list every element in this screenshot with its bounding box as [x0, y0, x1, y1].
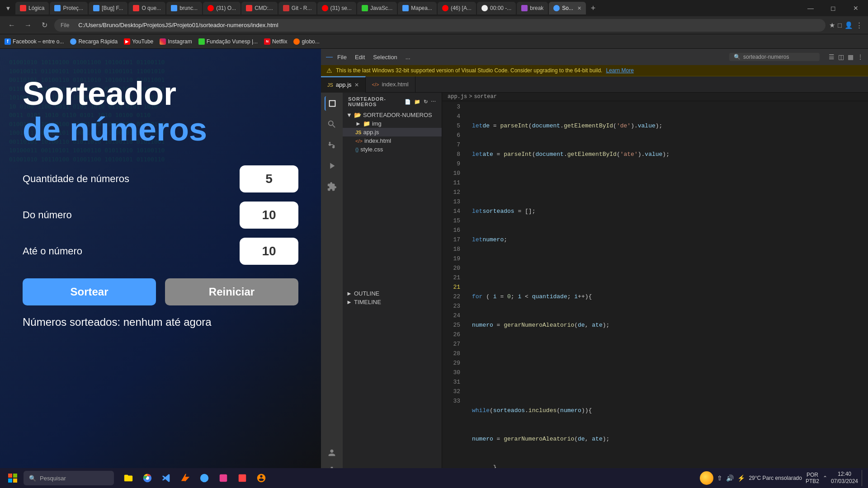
result-text: Números sorteados: nenhum até agora — [23, 314, 298, 330]
vscode-search-bar[interactable]: 🔍 sorteador-numeros — [729, 53, 820, 61]
bm-youtube[interactable]: ▶ YouTube — [124, 38, 153, 45]
tree-indexhtml[interactable]: </> index.html — [343, 136, 442, 145]
bm-recarga[interactable]: Recarga Rápida — [70, 38, 118, 45]
timeline-section[interactable]: ► TIMELINE — [343, 298, 442, 306]
tab-protec[interactable]: Proteç... — [50, 2, 88, 14]
activity-run[interactable] — [325, 159, 339, 173]
tree-stylecss[interactable]: {} style.css — [343, 145, 442, 154]
app-content: Sorteador de números Quantidade de númer… — [0, 49, 321, 348]
activity-extensions[interactable] — [325, 179, 339, 194]
html-file-icon: </> — [372, 82, 379, 87]
activity-git[interactable] — [325, 138, 339, 152]
tab-oque[interactable]: O que... — [128, 2, 165, 14]
activity-search[interactable] — [325, 117, 339, 131]
vscode-layout-icon3[interactable]: ▦ — [848, 53, 854, 61]
tab-46[interactable]: (46) [A... — [438, 2, 476, 14]
tab-31o[interactable]: (31) O... — [203, 2, 241, 14]
vscode-edit-menu[interactable]: Edit — [355, 54, 365, 61]
taskbar-tool4[interactable] — [252, 469, 270, 487]
show-desktop-btn[interactable] — [862, 470, 864, 486]
vscode-tab-indexhtml[interactable]: </> index.html — [366, 76, 415, 93]
taskbar-tool2[interactable] — [214, 469, 232, 487]
new-tab-button[interactable]: + — [587, 2, 599, 14]
warning-learn-more-link[interactable]: Learn More — [606, 67, 633, 74]
vscode-code-editor[interactable]: app.js > sortear 3 4 5 6 7 8 9 10 11 — [442, 93, 868, 478]
code-content[interactable]: let de = parseInt(document.getElementByI… — [465, 101, 868, 478]
weather-text: 29°C Parc ensolarado — [749, 475, 802, 481]
bm-instagram[interactable]: Instagram — [160, 38, 192, 45]
forward-button[interactable]: → — [22, 19, 34, 32]
vscode-tab-appjs[interactable]: JS app.js ✕ — [321, 76, 366, 93]
search-icon: 🔍 — [29, 475, 36, 482]
de-numero-input[interactable]: 10 — [240, 202, 298, 229]
new-file-icon[interactable]: 📄 — [405, 99, 411, 105]
tab-list-btn[interactable]: ▼ — [2, 2, 14, 14]
tab-brunc[interactable]: brunc... — [166, 2, 202, 14]
battery-icon[interactable]: ⚡ — [737, 474, 745, 482]
bm-facebook[interactable]: f Facebook – entre o... — [5, 38, 64, 45]
address-input[interactable] — [72, 19, 819, 32]
activity-explorer[interactable] — [325, 96, 339, 111]
taskbar-vscode[interactable] — [157, 469, 175, 487]
tab-bug[interactable]: [Bug] F... — [89, 2, 127, 14]
taskbar-stackblitz[interactable] — [176, 469, 194, 487]
taskbar-search-box[interactable]: 🔍 Pesquisar — [24, 471, 114, 485]
menu-icon[interactable]: ⋮ — [856, 21, 863, 29]
taskbar-clock[interactable]: 12:40 07/03/2024 — [831, 471, 858, 485]
bookmark-icon[interactable]: ★ — [829, 21, 835, 29]
tree-img-folder[interactable]: ► 📁 img — [343, 119, 442, 128]
ate-numero-input[interactable]: 10 — [240, 238, 298, 265]
back-button[interactable]: ← — [5, 19, 18, 32]
tab-js[interactable]: JavaSc... — [357, 2, 397, 14]
minimize-button[interactable]: — — [800, 0, 821, 16]
code-line-14: numero = gerarNumeroAleatorio(de, ate); — [472, 434, 868, 444]
vscode-more-menu[interactable]: ... — [406, 54, 410, 61]
new-folder-icon[interactable]: 📁 — [414, 99, 421, 105]
tab-time[interactable]: 00:00 -... — [477, 2, 516, 14]
reiniciar-button[interactable]: Reiniciar — [165, 278, 298, 305]
outline-section[interactable]: ► OUTLINE — [343, 289, 442, 298]
address-bar: ← → ↻ File ★ □ 👤 ⋮ — [0, 16, 868, 34]
tab-break[interactable]: break — [517, 2, 548, 14]
tab-31se[interactable]: (31) se... — [317, 2, 356, 14]
tab-git[interactable]: Git - R... — [278, 2, 316, 14]
tab-close-appjs[interactable]: ✕ — [354, 82, 359, 88]
taskbar-tray: ⇧ 🔊 ⚡ 29°C Parc ensolarado POR PTB2 ⌃ 12… — [700, 470, 864, 486]
bm-globo[interactable]: globo... — [293, 38, 319, 45]
bm-vunesp[interactable]: Fundação Vunesp |... — [198, 38, 258, 45]
vscode-activity-bar — [321, 93, 343, 478]
tab-close-icon[interactable]: ✕ — [577, 5, 581, 11]
sortear-button[interactable]: Sortear — [23, 278, 156, 305]
vscode-layout-icon4[interactable]: ⋮ — [857, 53, 863, 61]
taskbar-chrome[interactable] — [138, 469, 156, 487]
restore-button[interactable]: ◻ — [823, 0, 844, 16]
refresh-icon[interactable]: ↻ — [424, 99, 428, 105]
close-button[interactable]: ✕ — [845, 0, 866, 16]
vscode-layout-icon1[interactable]: ☰ — [829, 53, 835, 61]
quantidade-row: Quantidade de números 5 — [23, 165, 298, 192]
tab-mapea[interactable]: Mapea... — [398, 2, 437, 14]
vscode-selection-menu[interactable]: Selection — [373, 54, 397, 61]
extensions-icon[interactable]: □ — [838, 21, 842, 29]
tray-show-icon[interactable]: ⌃ — [823, 475, 827, 481]
vscode-file-menu[interactable]: File — [337, 54, 347, 61]
tab-cmd[interactable]: CMD:... — [241, 2, 278, 14]
tree-appjs[interactable]: JS app.js — [343, 128, 442, 136]
bm-netflix[interactable]: N Netflix — [264, 38, 287, 45]
profile-icon[interactable]: 👤 — [844, 21, 853, 29]
taskbar-file-explorer[interactable] — [119, 469, 137, 487]
volume-icon[interactable]: 🔊 — [726, 474, 734, 482]
taskbar-tool1[interactable] — [195, 469, 213, 487]
quantidade-input[interactable]: 5 — [240, 165, 298, 192]
reload-button[interactable]: ↻ — [38, 19, 51, 32]
tab-so-active[interactable]: So... ✕ — [549, 2, 586, 14]
start-button[interactable] — [4, 469, 22, 487]
network-icon[interactable]: ⇧ — [717, 474, 722, 482]
more-actions-icon[interactable]: ⋯ — [431, 99, 436, 105]
taskbar-tool3[interactable] — [233, 469, 251, 487]
activity-profile[interactable] — [325, 446, 339, 460]
vscode-layout-icon2[interactable]: ◫ — [838, 53, 844, 61]
file-scheme-icon: File — [61, 22, 69, 28]
tab-logica[interactable]: Lógica — [15, 2, 49, 14]
tree-root-folder[interactable]: ▼ 📂 SORTEADOR-NUMEROS — [343, 111, 442, 119]
